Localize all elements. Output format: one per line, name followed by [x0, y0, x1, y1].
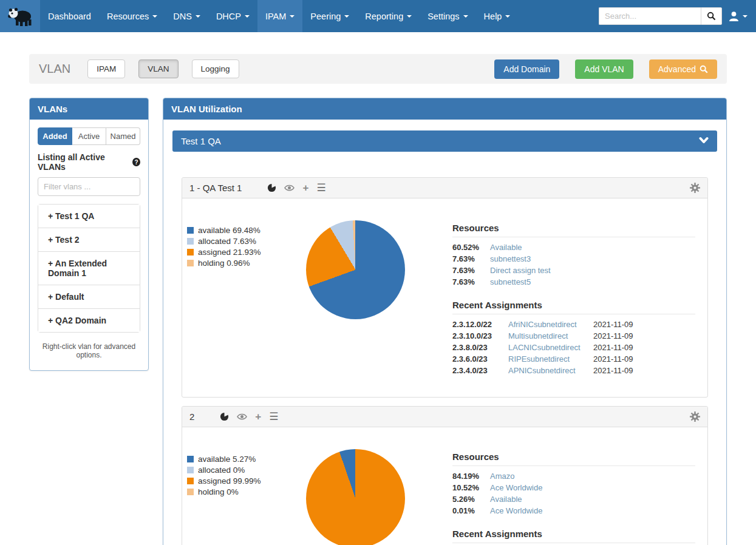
search-input[interactable]: [599, 7, 701, 25]
gear-icon[interactable]: [690, 183, 700, 193]
search-icon: [707, 12, 716, 21]
legend-item: assigned 99.99%: [187, 476, 306, 486]
resource-row: 84.19%Amazo: [452, 472, 695, 481]
eye-icon[interactable]: [237, 413, 247, 421]
assignment-link[interactable]: LACNICsubnetdirect: [508, 343, 588, 352]
nav-item-ipam[interactable]: IPAM: [257, 0, 302, 32]
legend-swatch: [187, 260, 194, 266]
resources-heading: Resources: [452, 223, 695, 237]
group-bar-test1qa[interactable]: Test 1 QA: [172, 130, 717, 152]
resource-link[interactable]: Amazo: [490, 472, 695, 481]
vlan-block-tools: + ☰: [267, 183, 325, 192]
plus-icon[interactable]: +: [255, 413, 261, 421]
tab-logging[interactable]: Logging: [192, 59, 239, 78]
assignment-link[interactable]: APNICsubnetdirect: [508, 366, 588, 375]
caret-down-icon: [743, 15, 747, 18]
legend-item: holding 0.96%: [187, 259, 306, 268]
utilization-pie-chart: [306, 449, 405, 545]
pie-chart-icon[interactable]: [267, 183, 276, 192]
vlans-panel-title: VLANs: [30, 98, 148, 120]
tab-active[interactable]: Active: [72, 127, 106, 145]
chevron-down-icon[interactable]: [699, 136, 709, 146]
search-icon: [700, 65, 708, 73]
resource-link[interactable]: Ace Worldwide: [490, 506, 695, 515]
user-menu[interactable]: [728, 11, 747, 22]
resource-link[interactable]: Available: [490, 243, 695, 252]
nav-item-dhcp[interactable]: DHCP: [208, 0, 257, 32]
legend-swatch: [187, 478, 194, 484]
legend-swatch: [187, 467, 194, 473]
resources-heading: Resources: [452, 452, 695, 466]
eye-icon[interactable]: [284, 184, 295, 192]
search-button[interactable]: [701, 7, 722, 25]
caret-down-icon: [344, 15, 349, 18]
vlan-block-title: 1 - QA Test 1: [189, 183, 242, 193]
pie-legend: available 69.48% allocated 7.63% assigne…: [187, 223, 306, 377]
plus-icon[interactable]: +: [302, 184, 308, 192]
legend-item: available 5.27%: [187, 455, 306, 464]
add-domain-button[interactable]: Add Domain: [494, 59, 559, 79]
assignment-row: 2.3.10.0/23Multisubnetdirect2021-11-09: [452, 331, 695, 340]
assignment-row: 2.3.6.0/23RIPEsubnetdirect2021-11-09: [452, 354, 695, 364]
pie-legend: available 5.27% allocated 0% assigned 99…: [187, 452, 306, 545]
resource-link[interactable]: Ace Worldwide: [490, 483, 695, 492]
vlan-block-1: 1 - QA Test 1 + ☰: [182, 177, 708, 398]
vlan-list-item[interactable]: + Default: [38, 285, 140, 309]
nav-item-dns[interactable]: DNS: [165, 0, 208, 32]
nav-item-settings[interactable]: Settings: [420, 0, 475, 32]
vlan-block-title: 2: [189, 411, 194, 422]
sidebar-note: Right-click vlan for advanced options.: [38, 342, 140, 359]
legend-item: assigned 21.93%: [187, 248, 306, 257]
nav-item-resources[interactable]: Resources: [99, 0, 165, 32]
resource-link[interactable]: subnettest5: [490, 277, 695, 286]
assignment-link[interactable]: Multisubnetdirect: [508, 331, 588, 340]
tab-named[interactable]: Named: [106, 127, 140, 145]
nav-item-help[interactable]: Help: [476, 0, 519, 32]
resource-row: 10.52%Ace Worldwide: [452, 483, 695, 492]
legend-item: available 69.48%: [187, 226, 306, 235]
filter-vlans-input[interactable]: [38, 177, 140, 196]
assignment-link[interactable]: AfriNICsubnetdirect: [508, 320, 588, 329]
header-actions: Add Domain Add VLAN Advanced: [494, 59, 717, 79]
vlan-block-2: 2 + ☰: [182, 406, 708, 545]
assignment-row: 2.3.8.0/23LACNICsubnetdirect2021-11-09: [452, 343, 695, 352]
gear-icon[interactable]: [690, 411, 700, 422]
caret-down-icon: [290, 15, 295, 18]
tab-ipam[interactable]: IPAM: [87, 59, 125, 78]
vlan-list-item[interactable]: + QA2 Domain: [38, 309, 140, 332]
tab-vlan[interactable]: VLAN: [138, 59, 178, 78]
hamburger-menu-icon[interactable]: ☰: [269, 413, 278, 421]
advanced-button[interactable]: Advanced: [649, 59, 717, 79]
help-icon[interactable]: ?: [132, 158, 140, 166]
nav-item-reporting[interactable]: Reporting: [357, 0, 420, 32]
app-logo[interactable]: [0, 0, 40, 32]
panda-logo-icon: [7, 5, 33, 27]
resource-link[interactable]: Direct assign test: [490, 266, 695, 275]
vlans-panel: VLANs Added Active Named Listing all Act…: [29, 98, 149, 371]
resource-link[interactable]: Available: [490, 495, 695, 504]
pie-chart-icon[interactable]: [220, 412, 229, 421]
add-vlan-button[interactable]: Add VLAN: [575, 59, 633, 79]
vlan-utilization-title: VLAN Utilization: [163, 98, 726, 120]
nav-item-peering[interactable]: Peering: [302, 0, 357, 32]
utilization-pie-chart: [306, 220, 405, 319]
nav-item-dashboard[interactable]: Dashboard: [40, 0, 99, 32]
vlan-list-item[interactable]: + Test 2: [38, 228, 140, 252]
resource-link[interactable]: subnettest3: [490, 254, 695, 263]
vlan-block-2-header: 2 + ☰: [182, 407, 707, 427]
tab-added[interactable]: Added: [38, 127, 72, 145]
hamburger-menu-icon[interactable]: ☰: [316, 184, 325, 192]
resource-row: 7.63%subnettest3: [452, 254, 695, 263]
legend-item: holding 0%: [187, 487, 306, 496]
caret-down-icon: [407, 15, 412, 18]
vlan-list-item[interactable]: + An Extended Domain 1: [38, 252, 140, 285]
user-icon: [728, 11, 740, 22]
nav-right: [599, 0, 756, 32]
assignment-link[interactable]: RIPEsubnetdirect: [508, 354, 588, 364]
legend-item: allocated 0%: [187, 465, 306, 475]
legend-swatch: [187, 456, 194, 462]
vlan-list-item[interactable]: + Test 1 QA: [38, 205, 140, 228]
global-search: [599, 7, 722, 25]
page-header: VLAN IPAM VLAN Logging Add Domain Add VL…: [29, 54, 727, 84]
listing-label: Listing all Active VLANs ?: [38, 152, 140, 172]
